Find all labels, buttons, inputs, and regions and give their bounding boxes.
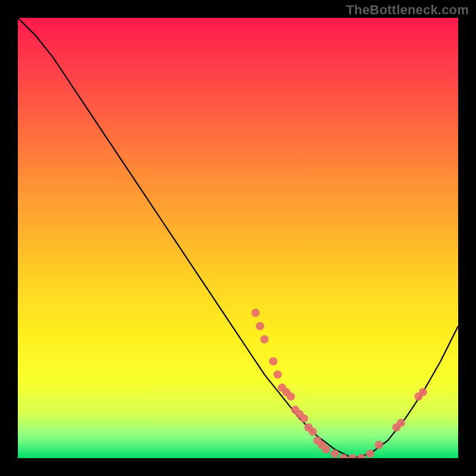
data-marker: [252, 309, 260, 317]
data-marker: [269, 357, 277, 365]
data-marker: [392, 423, 400, 431]
data-marker: [291, 406, 299, 414]
data-marker: [296, 410, 304, 418]
data-marker: [340, 454, 348, 458]
data-marker: [256, 322, 264, 330]
data-marker: [313, 436, 321, 444]
data-marker: [322, 445, 330, 453]
bottleneck-curve: [18, 18, 458, 458]
data-marker: [278, 384, 286, 392]
plot-area: [18, 18, 458, 458]
data-marker: [300, 414, 308, 422]
data-marker: [397, 419, 405, 427]
data-marker: [348, 454, 356, 458]
data-marker: [260, 335, 268, 343]
data-marker: [282, 388, 290, 396]
data-marker: [357, 454, 365, 458]
curve-overlay: [18, 18, 458, 458]
data-marker: [414, 392, 422, 400]
data-marker: [318, 441, 326, 449]
data-marker: [309, 428, 317, 436]
data-marker: [366, 450, 374, 458]
data-marker: [419, 388, 427, 396]
watermark-text: TheBottleneck.com: [346, 2, 469, 18]
data-marker: [304, 423, 312, 431]
data-marker: [274, 370, 282, 378]
data-marker: [287, 392, 295, 400]
data-markers: [252, 309, 427, 458]
data-marker: [331, 450, 339, 458]
data-marker: [375, 441, 383, 449]
chart-frame: TheBottleneck.com: [0, 0, 476, 476]
